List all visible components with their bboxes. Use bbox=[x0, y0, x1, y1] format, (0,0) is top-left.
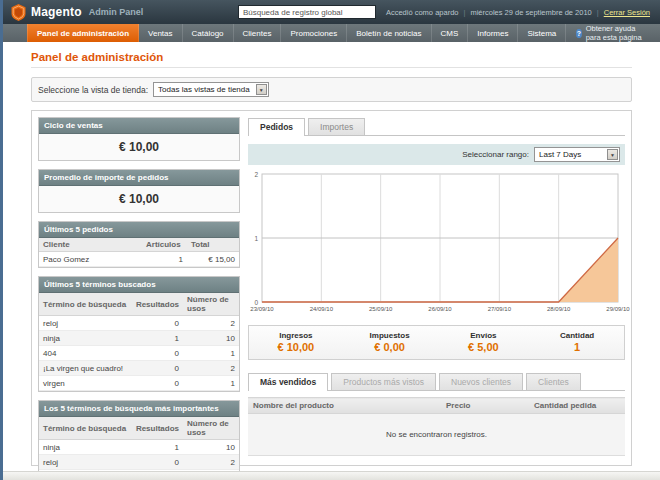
nav-item-sistema[interactable]: Sistema bbox=[518, 24, 566, 42]
avg-order-widget: Promedio de importe de pedidos € 10,00 bbox=[38, 169, 240, 213]
separator: | bbox=[597, 8, 599, 17]
widget-title: Ciclo de ventas bbox=[39, 118, 239, 134]
widget-title: Promedio de importe de pedidos bbox=[39, 170, 239, 186]
last-search-terms-widget: Últimos 5 términos buscados Término de b… bbox=[38, 276, 240, 392]
sales-cycle-value: € 10,00 bbox=[39, 134, 239, 160]
diagram-tabs: Pedidos Importes bbox=[248, 117, 625, 136]
dashboard-left-column: Ciclo de ventas € 10,00 Promedio de impo… bbox=[38, 117, 240, 459]
tab-mas-vendidos[interactable]: Más vendidos bbox=[248, 373, 328, 391]
table-row[interactable]: 404 0 1 bbox=[39, 346, 239, 361]
last-orders-table: Cliente Artículos Total Paco Gomez 1 € 1… bbox=[39, 238, 239, 267]
tab-productos-mas-vistos: Productos más vistos bbox=[331, 373, 436, 390]
separator: | bbox=[463, 8, 465, 17]
grids-tabs: Más vendidos Productos más vistos Nuevos… bbox=[248, 372, 625, 391]
dashboard-container: Ciclo de ventas € 10,00 Promedio de impo… bbox=[31, 110, 632, 466]
current-date: miércoles 29 de septiembre de 2010 bbox=[470, 8, 591, 17]
svg-text:1: 1 bbox=[254, 235, 258, 242]
widget-title: Últimos 5 términos buscados bbox=[39, 277, 239, 293]
sales-cycle-widget: Ciclo de ventas € 10,00 bbox=[38, 117, 240, 161]
totals-row: Ingresos € 10,00 Impuestos € 0,00 Envíos… bbox=[248, 325, 625, 360]
nav-item-ventas[interactable]: Ventas bbox=[139, 24, 182, 42]
avg-order-value: € 10,00 bbox=[39, 186, 239, 212]
table-row[interactable]: virgen 0 1 bbox=[39, 376, 239, 391]
store-switcher-bar: Seleccione la vista de tienda: Todas las… bbox=[31, 77, 632, 102]
help-icon: ? bbox=[576, 29, 581, 38]
table-row[interactable]: reloj 0 2 bbox=[39, 455, 239, 470]
chevron-down-icon: ▼ bbox=[607, 149, 618, 160]
svg-text:23/09/10: 23/09/10 bbox=[250, 306, 274, 312]
svg-text:29/09/10: 29/09/10 bbox=[606, 306, 630, 312]
table-row[interactable]: reloj 0 2 bbox=[39, 316, 239, 331]
svg-text:2: 2 bbox=[254, 171, 258, 178]
empty-row: No se encontraron registros. bbox=[248, 414, 625, 456]
store-switcher-label: Seleccione la vista de tienda: bbox=[38, 85, 148, 95]
help-label: Obtener ayuda para esta página bbox=[586, 24, 650, 42]
svg-text:25/09/10: 25/09/10 bbox=[369, 306, 393, 312]
last-search-terms-table: Término de búsqueda Resultados Número de… bbox=[39, 293, 239, 391]
top-search-terms-widget: Los 5 términos de búsqueda más important… bbox=[38, 400, 240, 480]
chevron-down-icon: ▼ bbox=[256, 84, 267, 95]
magento-admin-window: Magento Admin Panel Accedió como apardo … bbox=[0, 0, 660, 480]
page-title: Panel de administración bbox=[31, 51, 632, 68]
stat-envios: Envíos € 5,00 bbox=[437, 331, 531, 353]
page-help-link[interactable]: ? Obtener ayuda para esta página bbox=[566, 24, 660, 42]
tab-pedidos[interactable]: Pedidos bbox=[248, 118, 305, 136]
nav-item-clientes[interactable]: Clientes bbox=[234, 24, 282, 42]
table-row[interactable]: ninja 1 10 bbox=[39, 331, 239, 346]
magento-logo[interactable]: Magento Admin Panel bbox=[11, 4, 143, 21]
empty-message: No se encontraron registros. bbox=[248, 414, 625, 456]
logged-in-as: Accedió como apardo bbox=[386, 8, 459, 17]
stat-ingresos: Ingresos € 10,00 bbox=[249, 331, 343, 353]
nav-item-boletin[interactable]: Boletín de noticias bbox=[347, 24, 431, 42]
last-orders-widget: Últimos 5 pedidos Cliente Artículos Tota… bbox=[38, 221, 240, 268]
widget-title: Los 5 términos de búsqueda más important… bbox=[39, 401, 239, 417]
svg-text:0: 0 bbox=[254, 299, 258, 306]
global-search-input[interactable] bbox=[238, 5, 376, 19]
magento-shield-icon bbox=[11, 4, 26, 21]
logo-text: Magento bbox=[31, 5, 82, 19]
table-row[interactable]: Paco Gomez 1 € 15,00 bbox=[39, 252, 239, 267]
logout-link[interactable]: Cerrar Sesión bbox=[604, 8, 650, 17]
nav-item-dashboard[interactable]: Panel de administración bbox=[27, 24, 139, 42]
header-meta: Accedió como apardo | miércoles 29 de se… bbox=[386, 8, 650, 17]
nav-item-catalogo[interactable]: Catálogo bbox=[183, 24, 234, 42]
nav-item-cms[interactable]: CMS bbox=[432, 24, 469, 42]
range-bar: Seleccionar rango: Last 7 Days ▼ bbox=[248, 144, 625, 165]
header-bar: Magento Admin Panel Accedió como apardo … bbox=[3, 0, 660, 24]
nav-item-promociones[interactable]: Promociones bbox=[281, 24, 347, 42]
orders-area-chart: 01223/09/1024/09/1025/09/1026/09/1027/09… bbox=[248, 169, 624, 321]
main-nav: Panel de administración Ventas Catálogo … bbox=[3, 24, 660, 42]
stat-cantidad: Cantidad 1 bbox=[530, 331, 624, 353]
svg-text:24/09/10: 24/09/10 bbox=[310, 306, 334, 312]
table-row[interactable]: ¡La virgen que cuadro! 0 2 bbox=[39, 361, 239, 376]
bestsellers-table: Nombre del producto Precio Cantidad pedi… bbox=[248, 397, 625, 456]
range-select[interactable]: Last 7 Days ▼ bbox=[534, 147, 620, 162]
nav-item-informes[interactable]: Informes bbox=[468, 24, 518, 42]
svg-text:28/09/10: 28/09/10 bbox=[547, 306, 571, 312]
range-label: Seleccionar rango: bbox=[462, 150, 529, 159]
dashboard-right-column: Pedidos Importes Seleccionar rango: Last… bbox=[248, 117, 625, 459]
browser-bottom-strip bbox=[3, 471, 660, 480]
svg-text:26/09/10: 26/09/10 bbox=[428, 306, 452, 312]
tab-importes[interactable]: Importes bbox=[308, 118, 365, 135]
store-switcher-select[interactable]: Todas las vistas de tienda ▼ bbox=[153, 82, 269, 97]
tab-nuevos-clientes: Nuevos clientes bbox=[439, 373, 523, 390]
stat-impuestos: Impuestos € 0,00 bbox=[343, 331, 437, 353]
widget-title: Últimos 5 pedidos bbox=[39, 222, 239, 238]
table-row[interactable]: ninja 1 10 bbox=[39, 440, 239, 455]
orders-chart-wrap: 01223/09/1024/09/1025/09/1026/09/1027/09… bbox=[248, 169, 625, 321]
svg-text:27/09/10: 27/09/10 bbox=[488, 306, 512, 312]
tab-clientes: Clientes bbox=[526, 373, 581, 390]
logo-subtitle: Admin Panel bbox=[89, 7, 144, 17]
